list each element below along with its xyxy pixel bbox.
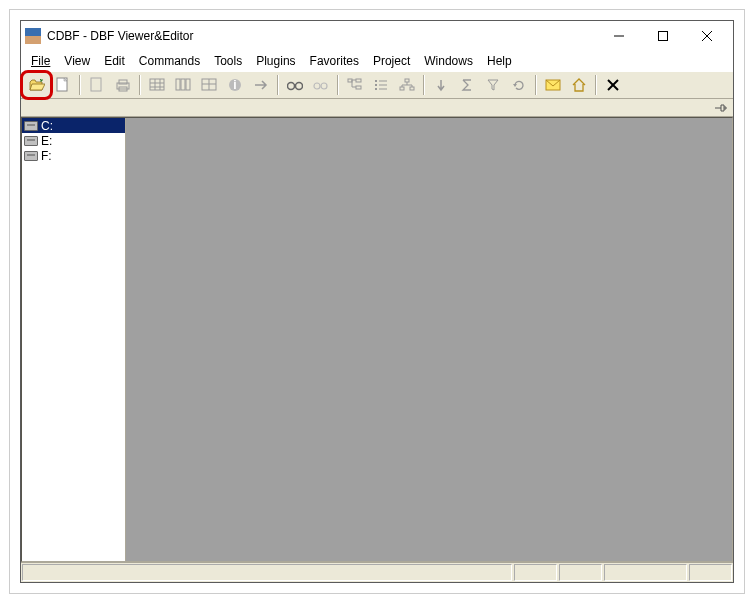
filter-button[interactable]	[481, 74, 505, 96]
svg-rect-17	[186, 79, 190, 90]
statusbar	[21, 562, 733, 582]
menu-windows[interactable]: Windows	[418, 52, 479, 70]
svg-rect-15	[176, 79, 180, 90]
toolbar-separator	[423, 75, 425, 95]
content-area: C: E: F:	[21, 117, 733, 562]
blank-doc-button[interactable]	[85, 74, 109, 96]
toolbar-separator	[535, 75, 537, 95]
svg-rect-39	[410, 87, 414, 90]
secondary-toolbar	[21, 99, 733, 117]
find-button[interactable]	[283, 74, 307, 96]
drive-item-f[interactable]: F:	[22, 148, 125, 163]
toolbar-separator	[595, 75, 597, 95]
drive-label: C:	[41, 119, 53, 133]
close-button[interactable]	[685, 22, 729, 50]
info-button[interactable]: i	[223, 74, 247, 96]
hierarchy-icon	[399, 78, 415, 92]
status-cell	[689, 564, 732, 581]
go-button[interactable]	[249, 74, 273, 96]
binoculars-icon	[287, 78, 303, 92]
new-button[interactable]	[51, 74, 75, 96]
toolbar-separator	[139, 75, 141, 95]
svg-rect-29	[356, 79, 361, 82]
svg-text:i: i	[233, 78, 236, 92]
minimize-button[interactable]	[597, 22, 641, 50]
toolbar: i	[21, 71, 733, 99]
table-icon	[149, 78, 165, 92]
sigma-icon	[461, 78, 473, 92]
svg-point-23	[288, 83, 295, 90]
grid-icon	[201, 78, 217, 92]
status-cell	[559, 564, 602, 581]
maximize-button[interactable]	[641, 22, 685, 50]
svg-rect-28	[348, 79, 352, 82]
svg-rect-37	[405, 79, 409, 82]
svg-rect-1	[659, 32, 668, 41]
menu-view[interactable]: View	[58, 52, 96, 70]
envelope-icon	[545, 79, 561, 91]
svg-point-26	[314, 83, 320, 89]
structure-button-3[interactable]	[395, 74, 419, 96]
menu-tools[interactable]: Tools	[208, 52, 248, 70]
drive-icon	[24, 121, 38, 131]
grid-button[interactable]	[197, 74, 221, 96]
mdi-workspace	[126, 118, 732, 561]
menu-edit[interactable]: Edit	[98, 52, 131, 70]
toolbar-separator	[337, 75, 339, 95]
binoculars-small-icon	[313, 78, 329, 92]
x-icon	[607, 79, 619, 91]
document-icon	[90, 77, 104, 93]
table-button[interactable]	[145, 74, 169, 96]
menu-commands[interactable]: Commands	[133, 52, 206, 70]
structure-button-2[interactable]	[369, 74, 393, 96]
titlebar: CDBF - DBF Viewer&Editor	[21, 21, 733, 51]
svg-point-27	[321, 83, 327, 89]
home-icon	[571, 78, 587, 92]
drive-item-e[interactable]: E:	[22, 133, 125, 148]
find-next-button[interactable]	[309, 74, 333, 96]
mail-button[interactable]	[541, 74, 565, 96]
refresh-button[interactable]	[507, 74, 531, 96]
new-file-icon	[56, 77, 70, 93]
open-button[interactable]	[25, 74, 49, 96]
svg-rect-38	[400, 87, 404, 90]
menubar: File View Edit Commands Tools Plugins Fa…	[21, 51, 733, 71]
drive-label: E:	[41, 134, 52, 148]
drive-sidebar: C: E: F:	[22, 118, 126, 561]
arrow-right-icon	[253, 79, 269, 91]
sum-button[interactable]	[455, 74, 479, 96]
app-icon	[25, 28, 41, 44]
status-cell	[604, 564, 687, 581]
menu-file[interactable]: File	[25, 52, 56, 70]
delete-button[interactable]	[601, 74, 625, 96]
print-button[interactable]	[111, 74, 135, 96]
menu-plugins[interactable]: Plugins	[250, 52, 301, 70]
home-button[interactable]	[567, 74, 591, 96]
menu-favorites[interactable]: Favorites	[304, 52, 365, 70]
drive-icon	[24, 136, 38, 146]
application-window: CDBF - DBF Viewer&Editor File View Edit …	[20, 20, 734, 583]
sort-down-button[interactable]	[429, 74, 453, 96]
pin-icon[interactable]	[713, 102, 727, 114]
toolbar-separator	[277, 75, 279, 95]
window-title: CDBF - DBF Viewer&Editor	[47, 29, 597, 43]
svg-rect-6	[91, 78, 101, 91]
columns-icon	[175, 78, 191, 92]
fields-button[interactable]	[171, 74, 195, 96]
structure-button-1[interactable]	[343, 74, 367, 96]
menu-help[interactable]: Help	[481, 52, 518, 70]
list-icon	[373, 78, 389, 92]
info-icon: i	[228, 78, 242, 92]
drive-item-c[interactable]: C:	[22, 118, 125, 133]
drive-label: F:	[41, 149, 52, 163]
printer-icon	[115, 78, 131, 92]
folder-open-icon	[29, 78, 45, 92]
funnel-icon	[487, 78, 499, 92]
refresh-icon	[512, 78, 526, 92]
svg-rect-16	[181, 79, 185, 90]
svg-rect-10	[150, 79, 164, 90]
svg-point-24	[296, 83, 303, 90]
svg-marker-40	[513, 84, 517, 87]
drive-icon	[24, 151, 38, 161]
menu-project[interactable]: Project	[367, 52, 416, 70]
